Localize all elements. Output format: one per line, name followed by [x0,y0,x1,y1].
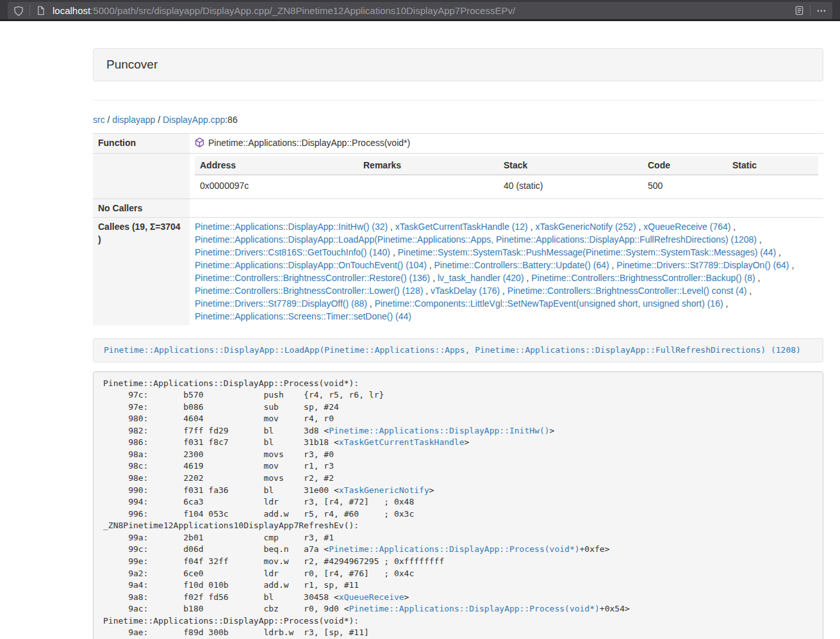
code-value: 500 [643,175,727,196]
column-static: Static [727,156,818,175]
breadcrumb-displayapp[interactable]: displayapp [112,115,155,125]
callee-link[interactable]: Pinetime::Controllers::BrightnessControl… [531,273,755,283]
callees-row: Callees (19, Σ=3704 ) Pinetime::Applicat… [93,218,823,326]
metrics-row-label [93,154,190,199]
callee-link[interactable]: Pinetime::Applications::Screens::Timer::… [195,311,411,321]
address-value: 0x0000097c [195,175,358,196]
callee-separator: , [757,234,762,245]
asm-symbol-link[interactable]: Pinetime::Applications::DisplayApp::Init… [329,426,549,435]
asm-symbol-link[interactable]: Pinetime::Applications::DisplayApp::Proc… [329,544,579,554]
function-name: Pinetime::Applications::DisplayApp::Proc… [208,136,410,149]
metrics-row: Address Remarks Stack Code Static 0x0000… [93,154,823,199]
callee-link[interactable]: xTaskGetCurrentTaskHandle (12) [395,222,528,232]
callee-separator: , [423,286,431,296]
url-bar[interactable]: localhost:5000/path/src/displayapp/Displ… [8,2,832,19]
callees-list: Pinetime::Applications::DisplayApp::Init… [190,218,823,326]
function-table: Function Pinetime::Applications::Display… [93,133,823,325]
callee-separator: , [730,222,736,232]
column-address: Address [195,156,358,175]
callee-separator: , [367,298,375,309]
callee-link[interactable]: Pinetime::System::SystemTask::PushMessag… [398,247,777,257]
callee-link[interactable]: xQueueReceive (764) [643,222,730,232]
callee-link[interactable]: Pinetime::Controllers::BrightnessControl… [195,273,430,283]
callees-label: Callees (19, Σ=3704 ) [93,218,190,326]
asm-symbol-link[interactable]: xQueueReceive [339,592,404,602]
callee-link[interactable]: Pinetime::Drivers::St7789::DisplayOff() … [195,298,367,309]
asm-symbol-link[interactable]: xTaskGenericNotify [339,485,429,495]
url-host: localhost [53,5,90,16]
callee-separator: , [755,273,761,283]
callee-separator: , [500,286,507,296]
callee-link[interactable]: lv_task_handler (420) [438,273,524,283]
page-actions-menu-icon[interactable] [811,2,832,19]
page-title: Puncover [106,58,158,71]
url-text: localhost:5000/path/src/displayapp/Displ… [51,5,789,16]
callee-separator: , [746,286,752,296]
disassembly-listing: Pinetime::Applications::DisplayApp::Proc… [93,371,823,639]
callee-link[interactable]: Pinetime::Drivers::Cst816S::GetTouchInfo… [195,247,390,257]
app-title-panel: Puncover [93,48,823,81]
page-identity-icon[interactable] [30,2,51,19]
breadcrumb-file[interactable]: DisplayApp.cpp [163,115,225,125]
largest-callee-link[interactable]: Pinetime::Applications::DisplayApp::Load… [104,345,801,355]
callee-separator: , [723,298,729,309]
metrics-table: Address Remarks Stack Code Static 0x0000… [195,156,818,196]
static-value [727,175,818,196]
function-label: Function [93,134,190,154]
metrics-values-row: 0x0000097c 40 (static) 500 [195,175,818,196]
function-row: Function Pinetime::Applications::Display… [93,134,823,154]
callee-link[interactable]: Pinetime::Controllers::Battery::Update()… [434,260,609,270]
breadcrumb: src / displayapp / DisplayApp.cpp:86 [93,113,823,126]
callee-link[interactable]: xTaskGenericNotify (252) [535,222,636,232]
url-path: :5000/path/src/displayapp/DisplayApp.cpp… [90,5,515,16]
callee-link[interactable]: vTaskDelay (176) [431,286,500,296]
remarks-value [358,175,498,196]
callee-separator: , [430,273,438,283]
reader-view-icon[interactable] [789,2,810,19]
callee-separator: , [789,260,795,270]
symbol-cube-icon [195,138,204,150]
callee-separator: , [390,247,398,257]
no-callers-label: No Callers [93,199,190,218]
asm-symbol-link[interactable]: xTaskGetCurrentTaskHandle [339,437,465,447]
callee-separator: , [609,260,617,270]
column-code: Code [643,156,727,175]
column-stack: Stack [498,156,643,175]
callee-link[interactable]: Pinetime::Drivers::St7789::DisplayOn() (… [616,260,789,270]
callee-link[interactable]: Pinetime::Applications::DisplayApp::OnTo… [195,260,427,270]
breadcrumb-src[interactable]: src [93,115,105,125]
no-callers-row: No Callers [93,199,823,218]
divider [93,100,823,101]
breadcrumb-separator: / [158,115,160,125]
callee-separator: , [427,260,434,270]
stack-value: 40 (static) [498,175,643,196]
breadcrumb-separator: / [108,115,110,125]
callee-separator: , [528,222,536,232]
callee-separator: , [524,273,532,283]
callee-link[interactable]: Pinetime::Controllers::BrightnessControl… [507,286,746,296]
shield-icon[interactable] [8,2,29,19]
browser-toolbar: localhost:5000/path/src/displayapp/Displ… [0,0,840,21]
breadcrumb-line-number: :86 [225,115,237,125]
callee-separator: , [776,247,781,257]
page-content: Puncover src / displayapp / DisplayApp.c… [93,48,823,639]
callee-separator: , [388,222,395,232]
callee-link[interactable]: Pinetime::Controllers::BrightnessControl… [195,286,423,296]
largest-callee-box: Pinetime::Applications::DisplayApp::Load… [93,338,823,362]
callee-link[interactable]: Pinetime::Applications::DisplayApp::Load… [195,234,757,245]
callee-separator: , [636,222,644,232]
callee-link[interactable]: Pinetime::Applications::DisplayApp::Init… [195,222,388,232]
callee-link[interactable]: Pinetime::Components::LittleVgl::SetNewT… [375,298,723,309]
column-remarks: Remarks [358,156,498,175]
asm-symbol-link[interactable]: Pinetime::Applications::DisplayApp::Proc… [349,604,600,613]
